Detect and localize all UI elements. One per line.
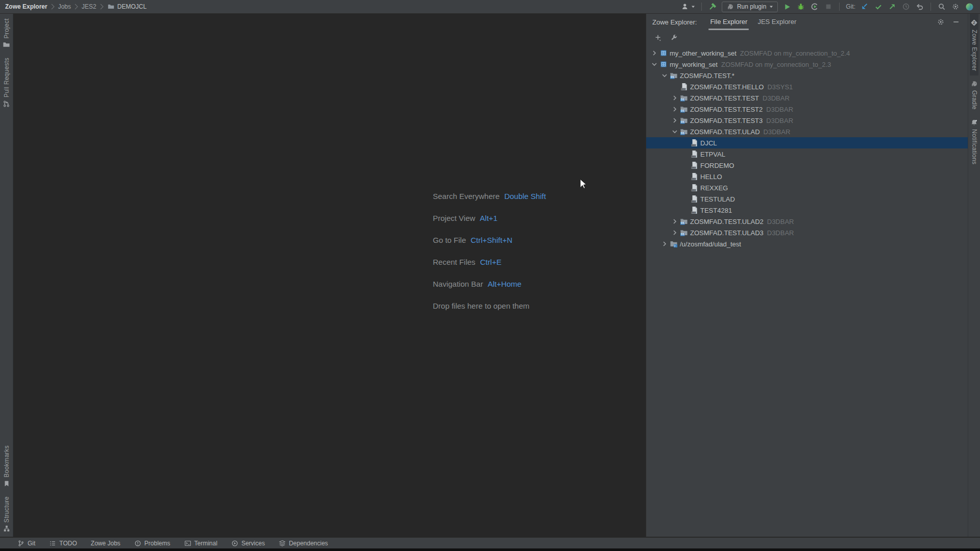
panel-gear-button[interactable] bbox=[936, 17, 945, 27]
chevron-right-icon[interactable] bbox=[671, 94, 679, 102]
search-everywhere-button[interactable] bbox=[937, 2, 946, 11]
toolwindow-button-services[interactable]: Services bbox=[231, 540, 265, 547]
build-hammer-icon[interactable] bbox=[708, 2, 717, 11]
shortcut-hint-label: Drop files here to open them bbox=[433, 302, 529, 310]
user-menu-button[interactable] bbox=[681, 2, 695, 11]
member-file-icon: MEM bbox=[690, 184, 698, 192]
user-icon bbox=[681, 2, 690, 11]
git-push-button[interactable] bbox=[888, 2, 897, 11]
tree-row[interactable]: DSZOSMFAD.TEST.ULAD3D3DBAR bbox=[646, 227, 968, 238]
toolwindow-button-terminal[interactable]: Terminal bbox=[184, 540, 217, 547]
toolwindow-button-dependencies[interactable]: Dependencies bbox=[279, 540, 328, 547]
tree-row[interactable]: my_working_setZOSMFAD on my_connection_t… bbox=[646, 59, 968, 70]
tree-row[interactable]: MEMTESTULAD bbox=[646, 193, 968, 205]
tool-stripe-button-bookmarks[interactable]: Bookmarks bbox=[3, 441, 10, 492]
tab-file-explorer[interactable]: File Explorer bbox=[705, 14, 752, 30]
toolwindow-button-label: Git bbox=[28, 540, 35, 547]
profiler-button[interactable] bbox=[810, 2, 819, 11]
chevron-down-icon[interactable] bbox=[650, 60, 658, 68]
shortcut-hint-label: Recent Files bbox=[433, 258, 475, 266]
left-tool-stripe: ProjectPull Requests BookmarksStructure bbox=[0, 14, 13, 537]
tree-row[interactable]: MEMHELLO bbox=[646, 171, 968, 182]
wrench-settings-button[interactable] bbox=[669, 33, 678, 42]
chevron-right-icon[interactable] bbox=[660, 240, 669, 248]
run-configuration-select[interactable]: Run plugin bbox=[722, 2, 778, 12]
shortcut-hint-keys: Ctrl+Shift+N bbox=[471, 236, 512, 244]
chevron-right-icon[interactable] bbox=[671, 229, 679, 237]
tree-row[interactable]: DSZOSMFAD.TEST.ULADD3DBAR bbox=[646, 126, 968, 137]
svg-text:MEM: MEM bbox=[692, 156, 696, 158]
tree-row[interactable]: DSZOSMFAD.TEST.TESTD3DBAR bbox=[646, 92, 968, 104]
tool-stripe-button-project[interactable]: Project bbox=[3, 14, 10, 53]
bell-icon bbox=[970, 119, 978, 127]
shortcut-hint-row: Search EverywhereDouble Shift bbox=[433, 185, 546, 207]
bookmark-icon bbox=[3, 480, 10, 487]
breadcrumb-item[interactable]: Jobs bbox=[58, 3, 71, 10]
panel-toolbar bbox=[646, 30, 968, 45]
settings-gear-button[interactable] bbox=[951, 2, 960, 11]
breadcrumb-item[interactable]: Zowe Explorer bbox=[5, 3, 47, 10]
tool-stripe-button-notifications[interactable]: Notifications bbox=[970, 114, 978, 169]
breadcrumb-item[interactable]: DEMOJCL bbox=[117, 3, 146, 10]
stripe-button-label: Bookmarks bbox=[3, 445, 10, 478]
toolwindow-button-label: Terminal bbox=[194, 540, 217, 547]
tree-row[interactable]: DSZOSMFAD.TEST.* bbox=[646, 70, 968, 81]
toolwindow-button-problems[interactable]: Problems bbox=[134, 540, 170, 547]
chevron-spacer bbox=[681, 206, 689, 214]
chevron-spacer bbox=[671, 83, 679, 91]
tree-item-label: FORDEMO bbox=[700, 162, 734, 169]
tree-item-label: ZOSMFAD.TEST.TEST2 bbox=[690, 106, 763, 113]
git-update-button[interactable] bbox=[860, 2, 869, 11]
tree-row[interactable]: MEMTEST4281 bbox=[646, 205, 968, 216]
tree-row[interactable]: DSZOSMFAD.TEST.TEST2D3DBAR bbox=[646, 104, 968, 115]
debug-button[interactable] bbox=[796, 2, 805, 11]
toolwindow-button-todo[interactable]: TODO bbox=[49, 540, 77, 547]
tree-item-label: ZOSMFAD.TEST.HELLO bbox=[690, 83, 764, 91]
tree-row[interactable]: MEMDJCL bbox=[646, 137, 968, 148]
chevron-right-icon[interactable] bbox=[650, 49, 658, 57]
toolwindow-button-git[interactable]: Git bbox=[17, 540, 35, 547]
tree-row[interactable]: DSZOSMFAD.TEST.ULAD2D3DBAR bbox=[646, 216, 968, 227]
chevron-down-icon[interactable] bbox=[671, 128, 679, 136]
tree-row[interactable]: MEMETPVAL bbox=[646, 148, 968, 160]
tree-item-label: TESTULAD bbox=[700, 195, 735, 203]
chevron-right-icon[interactable] bbox=[671, 217, 679, 226]
tool-stripe-button-gradle[interactable]: Gradle bbox=[970, 76, 978, 114]
toolwindow-button-zowe-jobs[interactable]: Zowe Jobs bbox=[91, 540, 120, 547]
tree-item-label: /u/zosmfad/ulad_test bbox=[680, 240, 741, 248]
breadcrumb-item[interactable]: JES2 bbox=[82, 3, 96, 10]
stripe-button-label: Project bbox=[3, 18, 10, 38]
tree-row[interactable]: my_other_working_setZOSMFAD on my_connec… bbox=[646, 47, 968, 59]
toolbar-separator bbox=[930, 3, 931, 11]
toolbar-separator bbox=[701, 3, 702, 11]
tree-row[interactable]: MEMREXXEG bbox=[646, 182, 968, 193]
tree-row[interactable]: /u/zosmfad/ulad_test bbox=[646, 238, 968, 249]
rollback-button[interactable] bbox=[915, 2, 924, 11]
tree-row[interactable]: MEMZOSMFAD.TEST.HELLOD3SYS1 bbox=[646, 81, 968, 92]
git-commit-button[interactable] bbox=[874, 2, 883, 11]
tree-row[interactable]: MEMFORDEMO bbox=[646, 160, 968, 171]
run-button[interactable] bbox=[782, 2, 792, 11]
profile-orb-icon[interactable] bbox=[965, 2, 974, 11]
tool-stripe-button-structure[interactable]: Structure bbox=[3, 492, 10, 537]
gradle-elephant-icon bbox=[970, 80, 978, 88]
dataset-folder-icon: DS bbox=[670, 71, 678, 80]
tool-stripe-button-zowe-explorer[interactable]: ZZowe Explorer bbox=[970, 14, 978, 76]
add-button[interactable] bbox=[653, 33, 663, 42]
chevron-down-icon[interactable] bbox=[660, 71, 669, 80]
dataset-folder-icon: DS bbox=[680, 105, 688, 113]
svg-text:DS: DS bbox=[681, 121, 684, 123]
tab-jes-explorer[interactable]: JES Explorer bbox=[752, 14, 801, 30]
editor-empty-area[interactable]: Search EverywhereDouble ShiftProject Vie… bbox=[14, 14, 646, 537]
tool-stripe-button-pull-requests[interactable]: Pull Requests bbox=[3, 53, 10, 112]
chevron-right-icon[interactable] bbox=[671, 116, 679, 124]
shortcut-hint-row: Navigation BarAlt+Home bbox=[433, 273, 546, 295]
chevron-right-icon[interactable] bbox=[671, 105, 679, 113]
member-file-icon: MEM bbox=[690, 150, 698, 158]
panel-minimize-button[interactable] bbox=[951, 17, 961, 27]
chevron-spacer bbox=[681, 195, 689, 203]
panel-title: Zowe Explorer: bbox=[652, 18, 697, 26]
zowe-diamond-icon: Z bbox=[970, 18, 978, 27]
tree-item-suffix: ZOSMFAD on my_connection_to_2.3 bbox=[721, 61, 831, 68]
tree-row[interactable]: DSZOSMFAD.TEST.TEST3D3DBAR bbox=[646, 115, 968, 126]
